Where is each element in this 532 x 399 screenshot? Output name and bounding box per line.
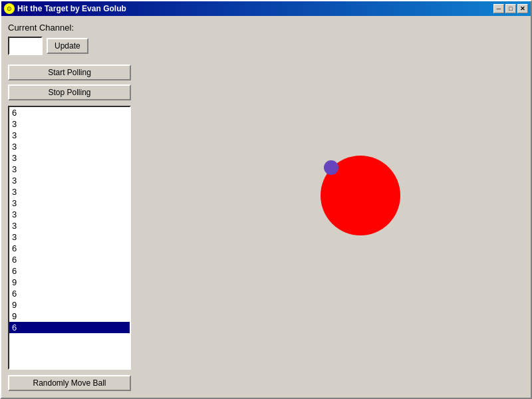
list-item[interactable]: 3: [9, 130, 130, 141]
close-button[interactable]: ✕: [517, 4, 528, 13]
minimize-button[interactable]: ─: [493, 4, 504, 13]
randomly-move-button[interactable]: Randomly Move Ball: [8, 375, 131, 391]
right-panel: [131, 23, 524, 391]
list-item[interactable]: 6: [9, 288, 130, 299]
list-item[interactable]: 3: [9, 175, 130, 186]
list-item[interactable]: 3: [9, 186, 130, 198]
list-item[interactable]: 9: [9, 277, 130, 288]
list-item[interactable]: 3: [9, 164, 130, 175]
list-item[interactable]: 6: [9, 254, 130, 265]
list-item[interactable]: 9: [9, 311, 130, 322]
list-item[interactable]: 3: [9, 152, 130, 164]
list-item[interactable]: 3: [9, 141, 130, 152]
stop-polling-button[interactable]: Stop Polling: [8, 84, 131, 100]
ball-circle: [324, 160, 338, 175]
content-area: Current Channel: Update Start Polling St…: [1, 16, 531, 398]
canvas-area: [131, 23, 524, 391]
channel-label: Current Channel:: [8, 23, 131, 33]
list-item[interactable]: 6: [9, 243, 130, 254]
main-window: ⊙ Hit the Target by Evan Golub ─ □ ✕ Cur…: [0, 0, 532, 399]
channel-input[interactable]: [8, 37, 43, 55]
title-bar: ⊙ Hit the Target by Evan Golub ─ □ ✕: [1, 1, 531, 16]
listbox-container: 63333333333366696996: [8, 106, 131, 370]
channel-row: Update: [8, 37, 131, 55]
maximize-button[interactable]: □: [505, 4, 516, 13]
list-item[interactable]: 3: [9, 118, 130, 130]
list-item[interactable]: 6: [9, 107, 130, 118]
app-icon: ⊙: [4, 3, 15, 14]
list-item[interactable]: 3: [9, 198, 130, 209]
list-item[interactable]: 3: [9, 209, 130, 220]
list-item[interactable]: 3: [9, 220, 130, 231]
left-panel: Current Channel: Update Start Polling St…: [8, 23, 131, 391]
start-polling-button[interactable]: Start Polling: [8, 65, 131, 80]
list-item[interactable]: 6: [9, 265, 130, 277]
window-title: Hit the Target by Evan Golub: [17, 4, 126, 13]
list-item[interactable]: 6: [9, 322, 130, 333]
update-button[interactable]: Update: [47, 38, 88, 54]
title-bar-left: ⊙ Hit the Target by Evan Golub: [4, 3, 126, 14]
title-bar-controls: ─ □ ✕: [493, 4, 528, 13]
list-item[interactable]: 3: [9, 231, 130, 243]
list-item[interactable]: 9: [9, 299, 130, 311]
listbox[interactable]: 63333333333366696996: [9, 107, 130, 368]
polling-section: Start Polling Stop Polling: [8, 65, 131, 100]
